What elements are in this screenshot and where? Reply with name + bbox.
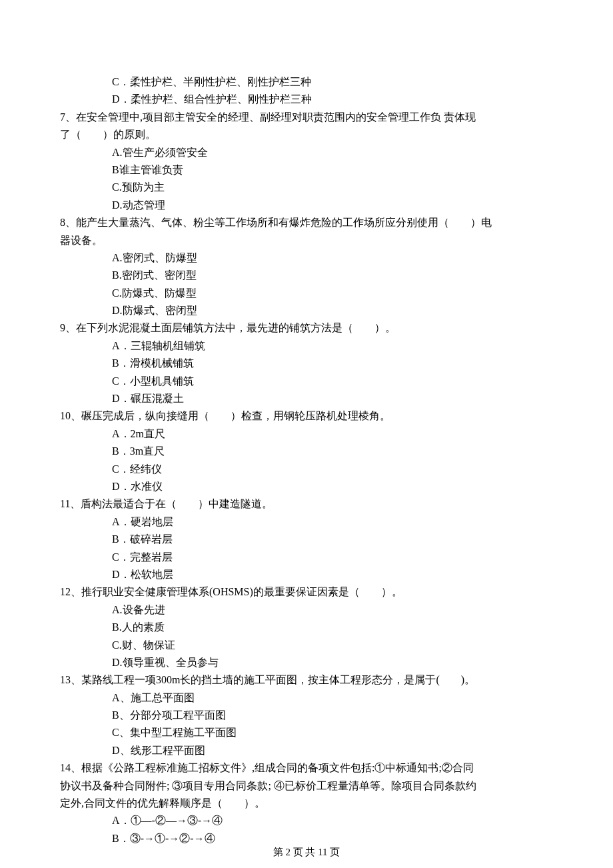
option-d: D.动态管理 [60, 197, 553, 214]
option-b: B.人的素质 [60, 619, 553, 636]
option-d: D．碾压混凝土 [60, 390, 553, 407]
option-b: B、分部分项工程平面图 [60, 707, 553, 724]
option-d: D．水准仪 [60, 478, 553, 495]
question-text: 12、推行职业安全健康管理体系(OHSMS)的最重要保证因素是（ ）。 [60, 583, 553, 601]
option-b: B谁主管谁负责 [60, 161, 553, 179]
option-b: B．3m直尺 [60, 443, 553, 460]
question-10: 10、碾压完成后，纵向接缝用（ ）检查，用钢轮压路机处理棱角。 A．2m直尺 B… [60, 407, 553, 495]
option-d: D.防爆式、密闭型 [60, 302, 553, 319]
option-d: D．松软地层 [60, 566, 553, 583]
question-13: 13、某路线工程一项300m长的挡土墙的施工平面图，按主体工程形态分，是属于( … [60, 671, 553, 759]
option-a: A．2m直尺 [60, 425, 553, 443]
option-a: A.设备先进 [60, 601, 553, 619]
question-8: 8、能产生大量蒸汽、气体、粉尘等工作场所和有爆炸危险的工作场所应分别使用（ ）电… [60, 214, 553, 319]
question-text: 11、盾构法最适合于在（ ）中建造隧道。 [60, 495, 553, 513]
page-footer: 第 2 页 共 11 页 [0, 844, 613, 861]
option-c: C．柔性护栏、半刚性护栏、刚性护栏三种 [60, 73, 553, 91]
orphan-options: C．柔性护栏、半刚性护栏、刚性护栏三种 D．柔性护栏、组合性护栏、刚性护栏三种 [60, 73, 553, 109]
question-cont: 器设备。 [60, 232, 553, 249]
option-d: D、线形工程平面图 [60, 742, 553, 759]
question-text: 7、在安全管理中,项目部主管安全的经理、副经理对职责范围内的安全管理工作负 责体… [60, 109, 553, 126]
option-c: C.预防为主 [60, 179, 553, 196]
question-text: 9、在下列水泥混凝土面层铺筑方法中，最先进的铺筑方法是（ ）。 [60, 319, 553, 337]
option-a: A.密闭式、防爆型 [60, 249, 553, 267]
option-a: A、施工总平面图 [60, 689, 553, 707]
option-c: C．小型机具铺筑 [60, 373, 553, 390]
question-cont2: 定外,合同文件的优先解释顺序是（ ）。 [60, 795, 553, 812]
option-c: C、集中型工程施工平面图 [60, 724, 553, 741]
option-c: C．经纬仪 [60, 461, 553, 478]
option-b: B.密闭式、密闭型 [60, 267, 553, 284]
question-cont: 协议书及备种合同附件; ③项目专用合同条款; ④已标价工程量清单等。除项目合同条… [60, 777, 553, 795]
option-a: A．三辊轴机组铺筑 [60, 337, 553, 355]
option-a: A.管生产必须管安全 [60, 144, 553, 161]
option-d: D.领导重视、全员参与 [60, 654, 553, 671]
question-14: 14、根据《公路工程标准施工招标文件》,组成合同的备项文件包括:①中标通知书;②… [60, 759, 553, 847]
question-cont: 了（ ）的原则。 [60, 126, 553, 143]
question-text: 10、碾压完成后，纵向接缝用（ ）检查，用钢轮压路机处理棱角。 [60, 407, 553, 425]
question-12: 12、推行职业安全健康管理体系(OHSMS)的最重要保证因素是（ ）。 A.设备… [60, 583, 553, 671]
question-9: 9、在下列水泥混凝土面层铺筑方法中，最先进的铺筑方法是（ ）。 A．三辊轴机组铺… [60, 319, 553, 407]
option-c: C.防爆式、防爆型 [60, 285, 553, 302]
option-b: B．破碎岩层 [60, 531, 553, 548]
option-a: A．①—-②—→③-→④ [60, 812, 553, 829]
option-b: B．滑模机械铺筑 [60, 355, 553, 372]
option-a: A．硬岩地层 [60, 513, 553, 531]
option-d: D．柔性护栏、组合性护栏、刚性护栏三种 [60, 91, 553, 108]
question-11: 11、盾构法最适合于在（ ）中建造隧道。 A．硬岩地层 B．破碎岩层 C．完整岩… [60, 495, 553, 583]
option-c: C.财、物保证 [60, 637, 553, 654]
question-text: 8、能产生大量蒸汽、气体、粉尘等工作场所和有爆炸危险的工作场所应分别使用（ ）电 [60, 214, 553, 231]
question-text: 14、根据《公路工程标准施工招标文件》,组成合同的备项文件包括:①中标通知书;②… [60, 759, 553, 777]
question-text: 13、某路线工程一项300m长的挡土墙的施工平面图，按主体工程形态分，是属于( … [60, 671, 553, 689]
question-7: 7、在安全管理中,项目部主管安全的经理、副经理对职责范围内的安全管理工作负 责体… [60, 109, 553, 214]
page: C．柔性护栏、半刚性护栏、刚性护栏三种 D．柔性护栏、组合性护栏、刚性护栏三种 … [0, 0, 613, 868]
option-c: C．完整岩层 [60, 549, 553, 566]
